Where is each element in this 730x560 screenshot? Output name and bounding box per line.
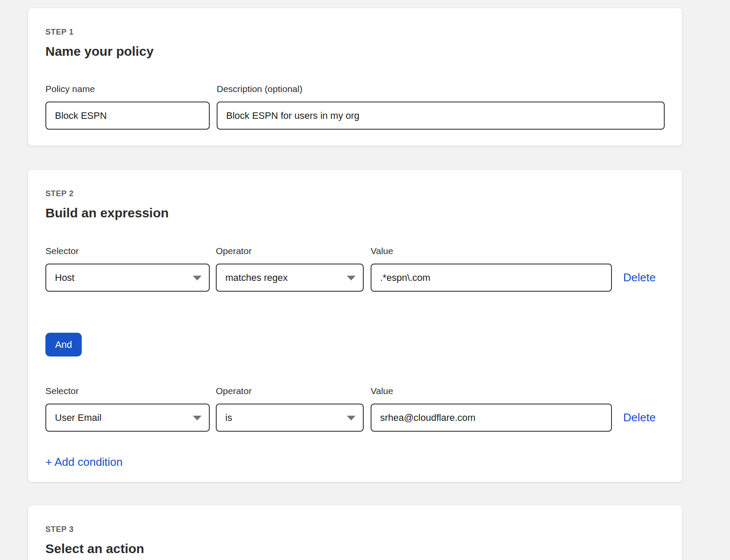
step2-label: STEP 2	[45, 189, 665, 198]
step1-label: STEP 1	[45, 28, 665, 36]
policy-name-label: Policy name	[45, 83, 210, 95]
description-field-group: Description (optional)	[217, 83, 665, 130]
value-input[interactable]	[371, 264, 612, 292]
selector-dropdown[interactable]: Host	[45, 264, 210, 292]
operator-dropdown[interactable]: is	[216, 404, 364, 432]
chevron-down-icon	[193, 416, 202, 420]
value-label: Value	[371, 245, 612, 257]
selector-field-group: Selector Host	[45, 245, 210, 292]
chevron-down-icon	[347, 416, 355, 420]
delete-link[interactable]: Delete	[623, 270, 656, 284]
operator-field-group: Operator matches regex	[216, 245, 364, 292]
value-label: Value	[371, 385, 612, 397]
step1-card: STEP 1 Name your policy Policy name Desc…	[28, 8, 682, 146]
and-button[interactable]: And	[45, 333, 82, 356]
value-field-group: Value	[371, 245, 612, 292]
operator-dropdown-value: matches regex	[225, 272, 288, 283]
step1-fields-row: Policy name Description (optional)	[45, 83, 665, 130]
condition-row-2: Selector User Email Operator is Value De…	[45, 385, 665, 432]
value-field-group: Value	[371, 385, 612, 432]
chevron-down-icon	[193, 276, 202, 280]
selector-label: Selector	[45, 245, 210, 257]
selector-label: Selector	[45, 385, 210, 397]
operator-dropdown-value: is	[225, 412, 232, 423]
operator-label: Operator	[216, 385, 364, 397]
step3-card: STEP 3 Select an action	[28, 506, 682, 560]
selector-dropdown[interactable]: User Email	[45, 404, 210, 432]
step3-title: Select an action	[45, 541, 665, 557]
step2-title: Build an expression	[45, 205, 665, 221]
operator-label: Operator	[216, 245, 364, 257]
policy-name-field-group: Policy name	[45, 83, 210, 130]
operator-dropdown[interactable]: matches regex	[216, 264, 364, 292]
step3-label: STEP 3	[45, 525, 665, 534]
operator-field-group: Operator is	[216, 385, 364, 432]
selector-dropdown-value: User Email	[55, 412, 102, 423]
description-input[interactable]	[217, 102, 665, 130]
chevron-down-icon	[347, 276, 355, 280]
condition-row-1: Selector Host Operator matches regex Val…	[45, 245, 665, 292]
selector-dropdown-value: Host	[55, 272, 74, 283]
delete-link[interactable]: Delete	[623, 410, 656, 424]
step1-title: Name your policy	[45, 43, 665, 59]
policy-name-input[interactable]	[45, 102, 210, 130]
step2-card: STEP 2 Build an expression Selector Host…	[28, 170, 682, 482]
value-input[interactable]	[371, 404, 612, 432]
description-label: Description (optional)	[217, 83, 665, 95]
selector-field-group: Selector User Email	[45, 385, 210, 432]
add-condition-link[interactable]: + Add condition	[45, 455, 123, 469]
